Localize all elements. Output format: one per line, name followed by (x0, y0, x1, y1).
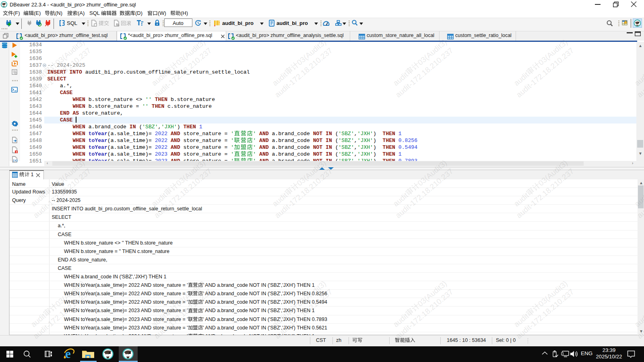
svg-text:(x): (x) (12, 159, 18, 162)
